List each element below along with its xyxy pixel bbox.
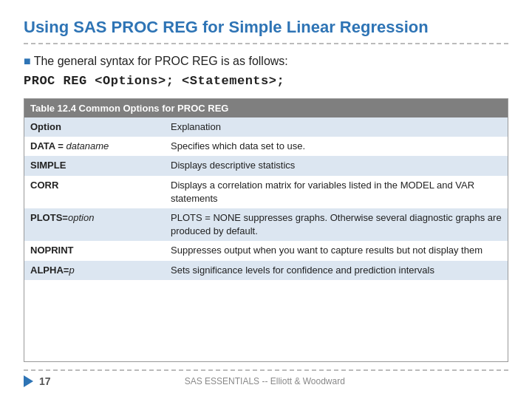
footer-left: 17 bbox=[24, 375, 51, 387]
explanation-cell: Displays a correlation matrix for variab… bbox=[165, 176, 508, 208]
table-row: ALPHA=p Sets significance levels for con… bbox=[24, 261, 508, 280]
bullet-arrow: ■ bbox=[24, 55, 31, 67]
table-row: DATA = dataname Specifies which data set… bbox=[24, 137, 508, 156]
explanation-cell: Displays descriptive statistics bbox=[165, 156, 508, 175]
table-row: NOPRINT Suppresses output when you want … bbox=[24, 241, 508, 260]
table-row: Option Explanation bbox=[24, 117, 508, 137]
option-cell: DATA = dataname bbox=[24, 137, 165, 156]
option-cell: PLOTS=option bbox=[24, 208, 165, 241]
table-row: SIMPLE Displays descriptive statistics bbox=[24, 156, 508, 175]
options-table: Option Explanation DATA = dataname Speci… bbox=[24, 117, 508, 280]
slide: Using SAS PROC REG for Simple Linear Reg… bbox=[0, 0, 532, 399]
option-cell: ALPHA=p bbox=[24, 261, 165, 280]
option-cell: Option bbox=[24, 117, 165, 137]
code-line: PROC REG <Options>; <Statements>; bbox=[24, 74, 508, 88]
slide-footer: 17 SAS ESSENTIALS -- Elliott & Woodward bbox=[24, 369, 508, 387]
slide-title: Using SAS PROC REG for Simple Linear Reg… bbox=[24, 18, 508, 44]
option-cell: CORR bbox=[24, 176, 165, 208]
explanation-cell: Suppresses output when you want to captu… bbox=[165, 241, 508, 260]
slide-subtitle: ■The general syntax for PROC REG is as f… bbox=[24, 55, 508, 68]
footer-triangle-icon bbox=[24, 375, 33, 387]
explanation-cell: Sets significance levels for confidence … bbox=[165, 261, 508, 280]
explanation-cell: PLOTS = NONE suppresses graphs. Otherwis… bbox=[165, 208, 508, 241]
option-cell: NOPRINT bbox=[24, 241, 165, 260]
table-header: Table 12.4 Common Options for PROC REG bbox=[24, 99, 508, 117]
table-row: PLOTS=option PLOTS = NONE suppresses gra… bbox=[24, 208, 508, 241]
page-number: 17 bbox=[39, 375, 51, 387]
explanation-cell: Specifies which data set to use. bbox=[165, 137, 508, 156]
footer-credit: SAS ESSENTIALS -- Elliott & Woodward bbox=[51, 376, 479, 386]
options-table-container: Table 12.4 Common Options for PROC REG O… bbox=[24, 98, 508, 362]
table-row: CORR Displays a correlation matrix for v… bbox=[24, 176, 508, 208]
option-cell: SIMPLE bbox=[24, 156, 165, 175]
code-text: PROC REG <Options>; <Statements>; bbox=[24, 74, 284, 88]
explanation-cell: Explanation bbox=[165, 117, 508, 137]
